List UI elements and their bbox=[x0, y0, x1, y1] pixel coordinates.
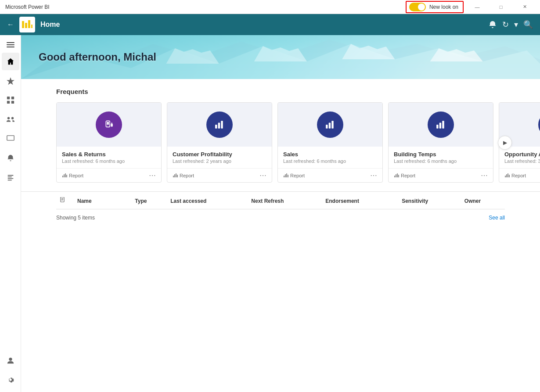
title-bar-left: Microsoft Power BI bbox=[5, 4, 50, 10]
frequent-card-card3[interactable]: Sales Last refreshed: 6 months ago Repor… bbox=[277, 102, 383, 183]
svg-rect-45 bbox=[397, 173, 398, 177]
refresh-button[interactable]: ↻ bbox=[502, 20, 509, 29]
frequent-card-card1[interactable]: Sales & Returns Last refreshed: 6 months… bbox=[56, 102, 162, 183]
toggle-knob bbox=[418, 4, 425, 11]
minimize-button[interactable]: — bbox=[467, 0, 487, 14]
sidebar-item-settings[interactable] bbox=[2, 371, 19, 388]
gear-icon bbox=[7, 376, 14, 384]
svg-rect-6 bbox=[7, 101, 9, 104]
logo-box bbox=[19, 17, 35, 32]
content-area: Good afternoon, Michal Frequents Sales &… bbox=[21, 35, 540, 392]
svg-rect-26 bbox=[215, 125, 217, 129]
card-name-card4: Building Temps bbox=[394, 151, 488, 158]
hamburger-line-1 bbox=[7, 42, 14, 43]
table-section: Name Type Last accessed Next Refresh End… bbox=[21, 192, 540, 209]
card-body-card5: Opportunity A... Last refreshed: 3... bbox=[499, 147, 540, 168]
card-body-card1: Sales & Returns Last refreshed: 6 months… bbox=[57, 147, 161, 168]
card-more-card1[interactable]: ⋯ bbox=[149, 171, 156, 180]
frequents-section: Frequents Sales & Returns Last refreshed… bbox=[21, 79, 540, 191]
maximize-button[interactable]: □ bbox=[491, 0, 511, 14]
powerbi-logo bbox=[21, 18, 33, 31]
card-more-card2[interactable]: ⋯ bbox=[259, 171, 266, 180]
svg-rect-44 bbox=[396, 174, 396, 177]
svg-rect-24 bbox=[65, 173, 66, 177]
svg-rect-32 bbox=[177, 175, 178, 177]
see-all-link[interactable]: See all bbox=[489, 215, 505, 221]
card-meta-card4: Last refreshed: 6 months ago bbox=[394, 158, 488, 164]
svg-rect-1 bbox=[25, 23, 27, 28]
title-bar: Microsoft Power BI New look on — □ ✕ bbox=[0, 0, 540, 14]
svg-rect-37 bbox=[285, 174, 286, 177]
sidebar bbox=[0, 35, 21, 392]
new-look-toggle[interactable] bbox=[409, 3, 426, 11]
refresh-chevron[interactable]: ▾ bbox=[514, 20, 518, 29]
new-look-label: New look on bbox=[429, 4, 458, 10]
card-type-card3: Report bbox=[283, 173, 305, 178]
star-icon bbox=[7, 77, 14, 85]
recents-table: Name Type Last accessed Next Refresh End… bbox=[56, 192, 505, 209]
sidebar-item-shared[interactable] bbox=[2, 111, 19, 128]
apps-icon bbox=[7, 96, 14, 104]
sidebar-item-workspaces[interactable] bbox=[2, 130, 19, 147]
svg-rect-41 bbox=[439, 123, 441, 129]
frequents-title: Frequents bbox=[56, 88, 505, 95]
new-look-area[interactable]: New look on bbox=[406, 1, 464, 13]
card-body-card2: Customer Profitability Last refreshed: 2… bbox=[167, 147, 272, 168]
svg-rect-35 bbox=[331, 121, 333, 129]
card-icon-card4 bbox=[428, 111, 454, 138]
card-footer-card5: Report ⋯ bbox=[499, 168, 540, 182]
col-more bbox=[122, 192, 131, 209]
app-title: Microsoft Power BI bbox=[5, 4, 50, 10]
card-icon-card1 bbox=[96, 111, 122, 138]
sidebar-item-home[interactable] bbox=[2, 53, 19, 70]
svg-rect-5 bbox=[11, 97, 14, 99]
home-icon bbox=[7, 58, 14, 65]
frequent-card-card2[interactable]: Customer Profitability Last refreshed: 2… bbox=[167, 102, 272, 183]
sidebar-item-apps[interactable] bbox=[2, 91, 19, 109]
frequent-card-card4[interactable]: Building Temps Last refreshed: 6 months … bbox=[388, 102, 493, 183]
svg-rect-22 bbox=[62, 176, 63, 177]
scroll-right-button[interactable]: ▶ bbox=[498, 136, 512, 150]
search-button[interactable]: 🔍 bbox=[523, 20, 533, 29]
svg-rect-50 bbox=[505, 176, 506, 177]
back-button[interactable]: ← bbox=[7, 21, 14, 29]
card-meta-card2: Last refreshed: 2 years ago bbox=[173, 158, 266, 164]
notifications-button[interactable] bbox=[488, 20, 497, 29]
sidebar-item-create[interactable] bbox=[2, 169, 19, 186]
card-name-card3: Sales bbox=[283, 151, 377, 158]
svg-point-9 bbox=[9, 358, 12, 361]
svg-rect-52 bbox=[508, 173, 508, 177]
card-preview-card1 bbox=[57, 103, 161, 147]
profile-icon bbox=[7, 356, 14, 364]
col-last-accessed-header: Last accessed bbox=[167, 192, 248, 209]
svg-rect-30 bbox=[174, 174, 175, 177]
col-owner-header: Owner bbox=[461, 192, 505, 209]
svg-point-19 bbox=[108, 126, 108, 126]
table-header: Name Type Last accessed Next Refresh End… bbox=[56, 192, 505, 209]
app-header: ← Home ↻ ▾ 🔍 bbox=[0, 14, 540, 35]
card-more-card4[interactable]: ⋯ bbox=[481, 171, 488, 180]
card-icon-card3 bbox=[317, 111, 343, 138]
sidebar-item-notifications[interactable] bbox=[2, 149, 19, 167]
card-meta-card5: Last refreshed: 3... bbox=[504, 158, 540, 164]
card-icon-card2 bbox=[206, 111, 233, 138]
card-more-card3[interactable]: ⋯ bbox=[370, 171, 377, 180]
monitor-icon bbox=[7, 135, 14, 143]
sidebar-item-favorites[interactable] bbox=[2, 72, 19, 90]
svg-rect-7 bbox=[11, 101, 14, 104]
card-preview-card2 bbox=[167, 103, 272, 147]
svg-rect-3 bbox=[31, 25, 32, 28]
card-footer-card4: Report ⋯ bbox=[389, 168, 493, 182]
bell-icon bbox=[7, 154, 14, 162]
card-body-card4: Building Temps Last refreshed: 6 months … bbox=[389, 147, 493, 168]
close-button[interactable]: ✕ bbox=[515, 0, 535, 14]
col-name-header: Name bbox=[74, 192, 114, 209]
card-name-card2: Customer Profitability bbox=[173, 151, 266, 158]
card-preview-card3 bbox=[278, 103, 382, 147]
col-next-refresh-header: Next Refresh bbox=[248, 192, 322, 209]
col-star bbox=[114, 192, 122, 209]
hamburger-menu[interactable] bbox=[3, 39, 18, 51]
svg-rect-42 bbox=[442, 121, 444, 129]
shared-icon bbox=[7, 115, 14, 123]
sidebar-item-profile[interactable] bbox=[2, 352, 19, 369]
